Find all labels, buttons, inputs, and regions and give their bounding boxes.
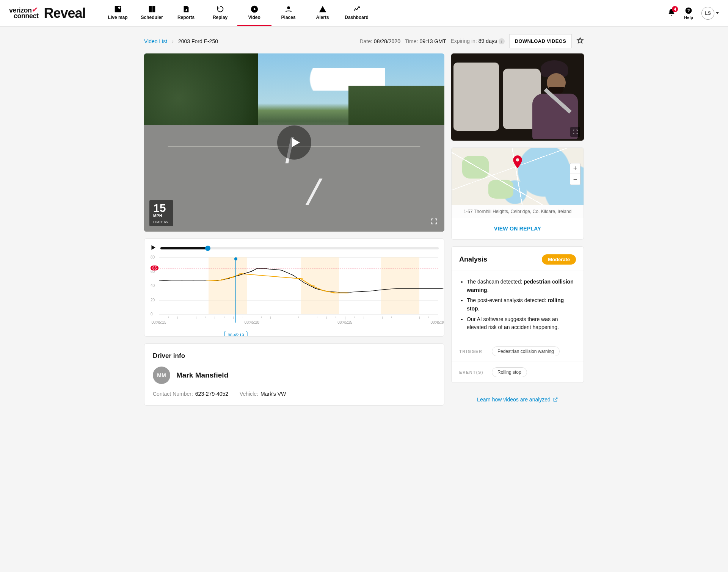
svg-rect-3 (152, 6, 155, 13)
svg-point-44 (344, 293, 349, 293)
speed-overlay: 15 MPH LIMIT 65 (149, 200, 173, 226)
driver-vehicle: Mark's VW (260, 391, 286, 397)
star-icon (576, 37, 584, 44)
reports-icon (182, 5, 190, 13)
notifications-button[interactable]: 4 (667, 8, 676, 18)
learn-analysis-link[interactable]: Learn how videos are analyzed (477, 396, 558, 403)
main-nav: Live map Scheduler Reports Replay Video … (101, 0, 374, 26)
severity-badge: Moderate (542, 254, 576, 265)
map-card: + − 1-57 Thornhill Heights, Celbridge, C… (451, 147, 584, 240)
zoom-out-button[interactable]: − (570, 174, 580, 185)
zoom-in-button[interactable]: + (570, 163, 580, 174)
analysis-card: Analysis Moderate The dashcam detected: … (451, 246, 584, 383)
svg-rect-0 (115, 6, 121, 13)
user-menu[interactable]: LS (701, 7, 719, 20)
svg-point-31 (395, 288, 398, 289)
play-icon (289, 136, 302, 149)
analysis-bullets: The dashcam detected: pedestrian collisi… (460, 278, 575, 332)
fullscreen-icon (572, 129, 578, 135)
topbar: verizon✓ connect Reveal Live map Schedul… (0, 0, 728, 27)
svg-point-40 (298, 278, 303, 279)
chevron-down-icon (716, 12, 719, 14)
nav-replay[interactable]: Replay (203, 0, 237, 26)
fullscreen-button[interactable] (429, 216, 439, 226)
info-icon[interactable]: i (499, 38, 505, 44)
svg-point-22 (292, 275, 294, 275)
event-pill: Rolling stop (492, 367, 527, 377)
svg-point-41 (309, 285, 315, 286)
nav-dashboard[interactable]: Dashboard (340, 0, 374, 26)
driver-contact: 623-279-4052 (195, 391, 228, 397)
check-icon: ✓ (31, 5, 38, 14)
breadcrumb-back-link[interactable]: Video List (144, 38, 167, 44)
play-icon (150, 244, 157, 251)
scrubber-thumb[interactable] (205, 246, 210, 251)
svg-point-23 (303, 283, 306, 283)
svg-point-34 (430, 288, 432, 289)
map-pin-box-icon (114, 5, 122, 13)
svg-point-35 (441, 288, 444, 289)
help-button[interactable]: ? Help (684, 7, 693, 20)
replay-icon (216, 5, 224, 13)
nav-video[interactable]: Video (237, 0, 271, 26)
svg-point-37 (218, 280, 223, 281)
analysis-title: Analysis (459, 255, 487, 263)
analysis-bullet: The post-event analysis detected: rollin… (467, 296, 575, 313)
warning-icon (318, 5, 327, 13)
svg-point-38 (229, 277, 234, 278)
svg-point-39 (238, 273, 244, 274)
product-name: Reveal (44, 5, 86, 21)
timeline-play-button[interactable] (150, 244, 157, 252)
timeline-scrubber[interactable] (160, 247, 439, 249)
nav-places[interactable]: Places (271, 0, 306, 26)
cabin-fullscreen-button[interactable] (570, 127, 580, 137)
chevron-right-icon: › (172, 38, 174, 44)
nav-scheduler[interactable]: Scheduler (135, 0, 169, 26)
svg-point-20 (265, 269, 267, 269)
favorite-button[interactable] (576, 37, 584, 45)
play-button[interactable] (277, 125, 311, 160)
svg-point-43 (333, 293, 338, 293)
svg-point-12 (181, 281, 183, 281)
view-on-replay-link[interactable]: VIEW ON REPLAY (494, 226, 541, 232)
places-icon (284, 5, 293, 13)
meta-date: 08/28/2020 (374, 38, 400, 44)
svg-point-28 (361, 291, 363, 292)
trigger-pill: Pedestrian collision warning (492, 346, 560, 356)
page-meta-row: Video List › 2003 Ford E-250 Date:08/28/… (144, 34, 584, 48)
dashboard-icon (353, 5, 361, 13)
location-map[interactable]: + − (452, 148, 584, 205)
nav-reports[interactable]: Reports (169, 0, 203, 26)
svg-point-21 (280, 270, 282, 270)
svg-point-33 (418, 288, 420, 289)
driver-avatar: MM (153, 367, 170, 384)
svg-text:?: ? (687, 8, 690, 13)
driver-name: Mark Mansfield (176, 371, 228, 379)
cabin-camera-video[interactable] (451, 53, 584, 141)
nav-alerts[interactable]: Alerts (306, 0, 340, 26)
page-title: 2003 Ford E-250 (178, 38, 218, 44)
speed-chart: 0204060806508:45:19 (151, 257, 438, 314)
meta-expiry: 89 days (479, 38, 497, 44)
svg-point-26 (338, 292, 340, 292)
svg-point-36 (206, 281, 212, 281)
nav-live-map[interactable]: Live map (101, 0, 135, 26)
svg-point-1 (118, 7, 121, 9)
timeline-card: 0204060806508:45:19 08:45:1508:45:2008:4… (144, 238, 444, 337)
user-avatar: LS (701, 7, 714, 20)
fullscreen-icon (430, 218, 438, 225)
svg-rect-4 (185, 10, 185, 11)
svg-rect-2 (149, 6, 151, 13)
svg-point-14 (204, 281, 206, 281)
svg-point-7 (287, 6, 290, 9)
front-camera-video[interactable]: 15 MPH LIMIT 65 (144, 53, 444, 232)
svg-point-11 (169, 281, 171, 281)
download-videos-button[interactable]: DOWNLOAD VIDEOS (509, 34, 572, 48)
map-zoom-control: + − (570, 163, 581, 185)
play-circle-icon (250, 5, 259, 13)
driver-info-card: Driver info MM Mark Mansfield Contact Nu… (144, 343, 444, 406)
question-circle-icon: ? (685, 7, 692, 14)
svg-point-18 (250, 271, 252, 272)
svg-point-29 (372, 291, 375, 291)
brand-logo[interactable]: verizon✓ connect Reveal (9, 0, 86, 26)
